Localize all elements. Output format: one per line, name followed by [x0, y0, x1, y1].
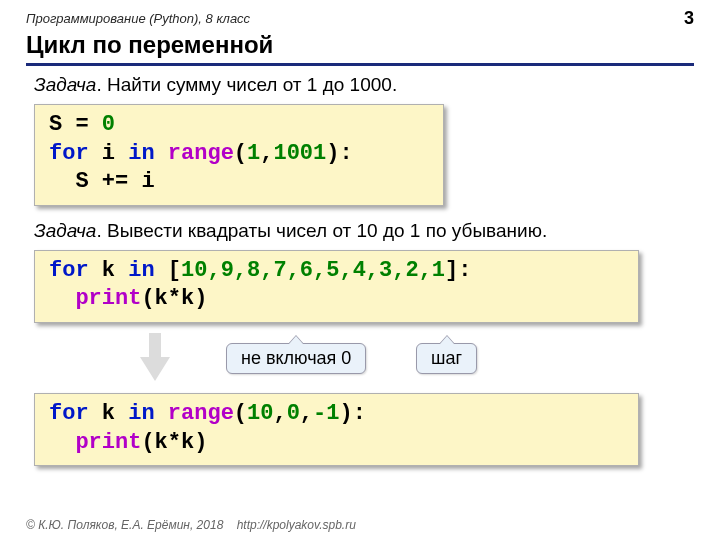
code1-l2e: range	[168, 141, 234, 166]
code3-l2c: (k*k)	[141, 430, 207, 455]
code3-l1a: for	[49, 401, 89, 426]
footer-link[interactable]: http://kpolyakov.spb.ru	[237, 518, 356, 532]
code3-l1g: 10	[247, 401, 273, 426]
code3-l1i: 0	[287, 401, 300, 426]
arrow-row: не включая 0 шаг	[26, 337, 694, 383]
slide-header: Программирование (Python), 8 класс 3	[26, 8, 694, 29]
code1-l2b: i	[89, 141, 129, 166]
course-label: Программирование (Python), 8 класс	[26, 11, 250, 26]
code3-l2a	[49, 430, 75, 455]
code3-l1d	[155, 401, 168, 426]
code3-l1f: (	[234, 401, 247, 426]
code3-l2b: print	[75, 430, 141, 455]
task-2-label: Задача	[34, 220, 96, 241]
down-arrow-icon	[140, 333, 170, 381]
code3-l1c: in	[128, 401, 154, 426]
code1-l1b: 0	[102, 112, 115, 137]
footer: © К.Ю. Поляков, Е.А. Ерёмин, 2018 http:/…	[26, 518, 356, 532]
code1-l2i: 1001	[273, 141, 326, 166]
code1-l1a: S =	[49, 112, 102, 137]
slide: Программирование (Python), 8 класс 3 Цик…	[0, 0, 720, 540]
footer-copyright: © К.Ю. Поляков, Е.А. Ерёмин, 2018	[26, 518, 223, 532]
code3-l1k: -1	[313, 401, 339, 426]
code2-l2a	[49, 286, 75, 311]
code1-l2d	[155, 141, 168, 166]
task-1-label: Задача	[34, 74, 96, 95]
code2-l1a: for	[49, 258, 89, 283]
code3-l1b: k	[89, 401, 129, 426]
page-title: Цикл по переменной	[26, 31, 694, 66]
code2-l2b: print	[75, 286, 141, 311]
code3-l1l: ):	[339, 401, 365, 426]
code1-l2j: ):	[326, 141, 352, 166]
code1-l2c: in	[128, 141, 154, 166]
code-block-3: for k in range(10,0,-1): print(k*k)	[34, 393, 639, 466]
code2-l2c: (k*k)	[141, 286, 207, 311]
code3-l1j: ,	[300, 401, 313, 426]
task-1: Задача. Найти сумму чисел от 1 до 1000.	[34, 74, 694, 96]
code2-l1b: k	[89, 258, 129, 283]
code-block-2: for k in [10,9,8,7,6,5,4,3,2,1]: print(k…	[34, 250, 639, 323]
page-number: 3	[684, 8, 694, 29]
annotation-not-including-zero: не включая 0	[226, 343, 366, 374]
task-2: Задача. Вывести квадраты чисел от 10 до …	[34, 220, 694, 242]
code1-l3: S += i	[49, 169, 155, 194]
code2-nums: 10,9,8,7,6,5,4,3,2,1	[181, 258, 445, 283]
annotation-step: шаг	[416, 343, 477, 374]
task-2-text: . Вывести квадраты чисел от 10 до 1 по у…	[96, 220, 547, 241]
code-block-1: S = 0 for i in range(1,1001): S += i	[34, 104, 444, 206]
code1-l2a: for	[49, 141, 89, 166]
task-1-text: . Найти сумму чисел от 1 до 1000.	[96, 74, 397, 95]
code3-l1e: range	[168, 401, 234, 426]
code2-l1e: ]:	[445, 258, 471, 283]
code2-l1c: in	[128, 258, 154, 283]
code1-l2h: ,	[260, 141, 273, 166]
code1-l2f: (	[234, 141, 247, 166]
code2-l1d: [	[155, 258, 181, 283]
code3-l1h: ,	[273, 401, 286, 426]
code1-l2g: 1	[247, 141, 260, 166]
